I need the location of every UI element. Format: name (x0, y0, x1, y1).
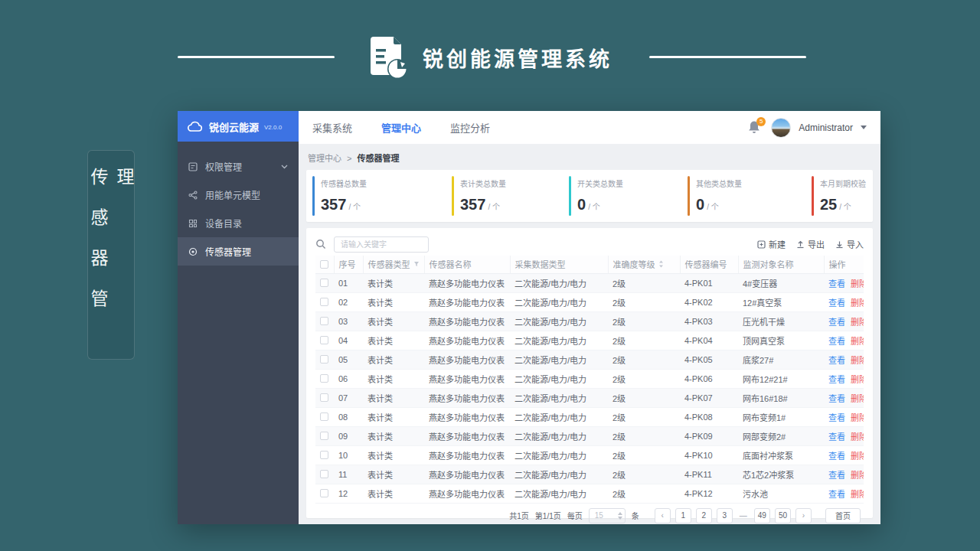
notifications-button[interactable]: 5 (748, 120, 763, 135)
tab-collection-system[interactable]: 采集系统 (312, 120, 352, 135)
create-button[interactable]: 新建 (757, 238, 786, 250)
row-checkbox[interactable] (320, 298, 328, 306)
logo-name: 锐创云能源 (209, 119, 259, 134)
view-link[interactable]: 查看 (828, 318, 845, 327)
delete-link[interactable]: 删除 (851, 375, 864, 384)
stat-card-other-total: 其他类总数量 0/ 个 (681, 170, 805, 222)
search-input[interactable] (334, 236, 429, 253)
app-window: 锐创云能源 V2.0.0 权限管理 用能单元模型 (178, 111, 880, 524)
notification-badge: 5 (756, 117, 766, 126)
view-link[interactable]: 查看 (828, 298, 845, 308)
next-page-button[interactable]: › (795, 508, 812, 523)
row-checkbox[interactable] (320, 432, 328, 440)
delete-link[interactable]: 删除 (851, 452, 864, 461)
row-checkbox[interactable] (320, 470, 328, 478)
sidebar-item-device-catalog[interactable]: 设备目录 (178, 209, 299, 237)
chevron-down-icon[interactable] (281, 165, 288, 169)
sidebar-item-energy-unit-model[interactable]: 用能单元模型 (178, 181, 299, 209)
stat-card-switch-total: 开关类总数量 0/ 个 (563, 170, 681, 222)
table-row: 01表计类 燕赵多功能电力仪表二次能源/电力/电力 2级4-PK01 4#变压器… (315, 273, 864, 292)
breadcrumb-parent[interactable]: 管理中心 (308, 154, 341, 163)
view-link[interactable]: 查看 (828, 471, 845, 480)
row-checkbox[interactable] (320, 279, 328, 287)
page-button-49[interactable]: 49 (754, 508, 770, 523)
grid-icon (188, 219, 198, 228)
page-button-1[interactable]: 1 (675, 508, 691, 523)
stat-card-meter-total: 表计类总数量 357/ 个 (446, 170, 563, 222)
sidebar-item-label: 权限管理 (205, 160, 242, 173)
export-button[interactable]: 导出 (796, 238, 825, 250)
table-row: 08表计类 燕赵多功能电力仪表二次能源/电力/电力 2级4-PK08 网布变频1… (315, 407, 864, 426)
stat-value: 357/ 个 (460, 196, 506, 214)
main-area: 采集系统 管理中心 监控分析 5 Administrator (299, 111, 880, 524)
col-data-type: 采集数据类型 (510, 256, 608, 273)
import-arrow-icon (835, 240, 844, 249)
user-menu-caret-icon[interactable] (861, 126, 867, 129)
delete-link[interactable]: 删除 (851, 298, 864, 308)
stat-value: 0/ 个 (696, 196, 742, 214)
sensor-target-icon (188, 247, 198, 256)
view-link[interactable]: 查看 (828, 413, 845, 422)
delete-link[interactable]: 删除 (851, 279, 864, 289)
view-link[interactable]: 查看 (828, 394, 845, 403)
col-accuracy[interactable]: 准确度等级 (608, 256, 680, 273)
prev-page-button[interactable]: ‹ (655, 508, 671, 523)
row-checkbox[interactable] (320, 451, 328, 459)
row-checkbox[interactable] (320, 489, 328, 497)
per-page-select[interactable]: 15 (589, 508, 626, 523)
document-logo-icon (363, 34, 410, 81)
view-link[interactable]: 查看 (828, 375, 845, 384)
view-link[interactable]: 查看 (828, 356, 845, 365)
page-button-3[interactable]: 3 (717, 508, 733, 523)
tab-monitoring-analysis[interactable]: 监控分析 (450, 120, 490, 135)
home-page-button[interactable]: 首页 (825, 508, 861, 523)
stat-card-expiring-calibration: 本月到期校验 25/ 个 (805, 170, 873, 222)
select-all-checkbox[interactable] (320, 260, 328, 269)
sidebar-menu: 权限管理 用能单元模型 设备目录 传 (178, 142, 299, 266)
row-checkbox[interactable] (320, 374, 328, 383)
row-checkbox[interactable] (320, 336, 328, 344)
table-row: 09表计类 燕赵多功能电力仪表二次能源/电力/电力 2级4-PK09 网部变频2… (315, 426, 864, 445)
vertical-section-text: 传感器管理 (85, 168, 137, 359)
table-header-row: 序号 传感器类型 传感器名称 采集数据类型 准确度等级 (315, 256, 864, 273)
sidebar-item-label: 用能单元模型 (205, 188, 260, 201)
page-button-2[interactable]: 2 (696, 508, 712, 523)
table-row: 10表计类 燕赵多功能电力仪表二次能源/电力/电力 2级4-PK10 底面衬冲浆… (315, 445, 864, 465)
import-button[interactable]: 导入 (835, 238, 864, 250)
tab-management-center[interactable]: 管理中心 (381, 120, 421, 135)
row-checkbox[interactable] (320, 412, 328, 421)
row-checkbox[interactable] (320, 317, 328, 325)
delete-link[interactable]: 删除 (851, 432, 864, 442)
delete-link[interactable]: 删除 (851, 337, 864, 346)
view-link[interactable]: 查看 (828, 452, 845, 461)
delete-link[interactable]: 删除 (851, 394, 864, 403)
nav-tabs: 采集系统 管理中心 监控分析 (312, 120, 490, 135)
delete-link[interactable]: 删除 (851, 471, 864, 480)
delete-link[interactable]: 删除 (851, 490, 864, 499)
avatar[interactable] (771, 118, 791, 138)
stat-accent-bar (812, 176, 814, 216)
breadcrumb: 管理中心 > 传感器管理 (308, 152, 873, 164)
stat-card-sensor-total: 传感器总数量 357/ 个 (306, 170, 446, 222)
row-checkbox[interactable] (320, 393, 328, 402)
view-link[interactable]: 查看 (828, 490, 845, 499)
logo-version: V2.0.0 (264, 124, 282, 131)
stat-accent-bar (452, 176, 454, 216)
stepper-icon[interactable] (618, 512, 622, 520)
breadcrumb-separator: > (347, 154, 351, 163)
sidebar-item-permissions[interactable]: 权限管理 (178, 152, 299, 181)
page-button-50[interactable]: 50 (775, 508, 791, 523)
col-sensor-type[interactable]: 传感器类型 (363, 256, 424, 273)
pagination: 共1页 第1/1页 每页 15 条 ‹ 1 2 3 — 49 (315, 504, 864, 528)
view-link[interactable]: 查看 (828, 279, 845, 289)
sidebar-item-sensor-management[interactable]: 传感器管理 (178, 237, 299, 266)
vertical-section-label: 传感器管理 (87, 150, 135, 360)
filter-funnel-icon (413, 261, 420, 267)
table-row: 05表计类 燕赵多功能电力仪表二次能源/电力/电力 2级4-PK05 底浆27#… (315, 350, 864, 369)
delete-link[interactable]: 删除 (851, 318, 864, 327)
view-link[interactable]: 查看 (828, 432, 845, 442)
view-link[interactable]: 查看 (828, 337, 845, 346)
row-checkbox[interactable] (320, 355, 328, 364)
delete-link[interactable]: 删除 (851, 413, 864, 422)
delete-link[interactable]: 删除 (851, 356, 864, 365)
